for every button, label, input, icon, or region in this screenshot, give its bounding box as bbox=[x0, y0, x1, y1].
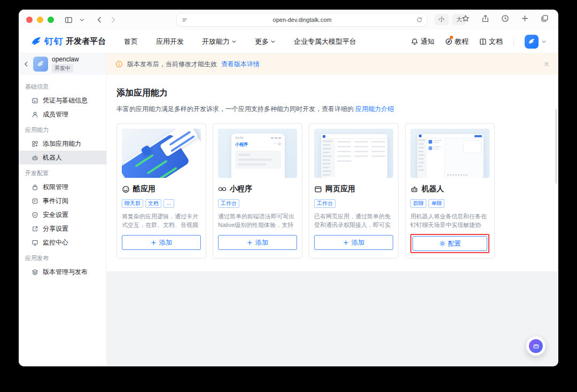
capability-cards: 酷应用 聊天群 文档 … 将复杂的应用逻辑，通过卡片式交互，在群、文档、音视频等… bbox=[116, 123, 549, 258]
mock-status-time: 10:00 bbox=[235, 136, 243, 139]
card-description: 通过简单的前端语法即可写出Native级别的性能体验，支持iOS和Android… bbox=[218, 212, 297, 230]
mock-app-label: 小程序 bbox=[235, 142, 248, 147]
tag: 单聊 bbox=[428, 199, 445, 208]
docs-button[interactable]: 文档 bbox=[479, 37, 503, 46]
mini-program-illustration: 10:00 小程序 ··· ◎ bbox=[218, 129, 297, 178]
cool-app-illustration bbox=[122, 129, 201, 178]
tutorial-button[interactable]: 教程 bbox=[445, 37, 469, 46]
share-icon[interactable] bbox=[478, 12, 493, 25]
card-web-app: 网页应用 工作台 已有网页应用，通过简单的免登和通讯录权限接入，即可实现钉钉工作… bbox=[309, 123, 399, 258]
sidebar-toggle-icon[interactable] bbox=[61, 14, 76, 26]
sidebar-item-security[interactable]: 安全设置 bbox=[19, 208, 106, 222]
grid-plus-icon bbox=[32, 140, 38, 147]
history-clock-icon[interactable] bbox=[498, 12, 512, 25]
mini-program-icon bbox=[218, 186, 227, 192]
add-mini-program-button[interactable]: 添加 bbox=[218, 235, 297, 250]
dingtalk-logo[interactable]: 钉钉 开发者平台 bbox=[30, 35, 106, 48]
browser-toolbar: open-dev.dingtalk.com 小 大 bbox=[19, 10, 558, 30]
sidebar: openclaw 开发中 基础信息 凭证与基础信息 成员管理 应用能力 添加应用… bbox=[19, 53, 107, 366]
sidebar-item-permissions[interactable]: 权限管理 bbox=[19, 180, 106, 194]
top-nav: 首页 应用开发 开放能力 更多 企业专属大模型平台 bbox=[124, 37, 356, 46]
nav-more[interactable]: 更多 bbox=[255, 37, 276, 46]
tab-overview-icon[interactable] bbox=[537, 12, 552, 25]
notifications-button[interactable]: 通知 bbox=[411, 37, 434, 46]
back-button[interactable] bbox=[92, 14, 106, 26]
assistant-fab[interactable] bbox=[526, 336, 545, 356]
reload-icon[interactable] bbox=[416, 17, 423, 23]
sidebar-item-share-settings[interactable]: 分享设置 bbox=[19, 222, 106, 236]
collapse-sidebar-icon[interactable] bbox=[23, 61, 29, 67]
nav-open-capability[interactable]: 开放能力 bbox=[202, 37, 237, 46]
add-cool-app-button[interactable]: 添加 bbox=[122, 235, 201, 250]
address-bar[interactable]: open-dev.dingtalk.com bbox=[176, 13, 427, 27]
chevron-down-icon[interactable] bbox=[76, 15, 88, 25]
site-header: 钉钉 开发者平台 首页 应用开发 开放能力 更多 企业专属大模型平台 通知 教程 bbox=[19, 30, 558, 53]
red-annotation-box: 配置 bbox=[410, 234, 489, 253]
close-banner-icon[interactable] bbox=[543, 61, 550, 67]
document-icon bbox=[479, 38, 487, 45]
chevron-down-icon bbox=[231, 39, 237, 44]
nav-llm-platform[interactable]: 企业专属大模型平台 bbox=[294, 37, 356, 46]
capability-panel: 添加应用能力 丰富的应用能力满足多样的开发诉求，一个应用支持多种能力同时开发，查… bbox=[107, 75, 558, 271]
url-text[interactable]: open-dev.dingtalk.com bbox=[188, 17, 416, 23]
sidebar-item-members[interactable]: 成员管理 bbox=[19, 107, 106, 121]
section-label-dev-config: 开发配置 bbox=[19, 164, 106, 180]
app-status-badge: 开发中 bbox=[52, 64, 73, 73]
configure-robot-button[interactable]: 配置 bbox=[412, 236, 487, 251]
card-description: 已有网页应用，通过简单的免登和通讯录权限接入，即可实现钉钉工作台快捷使用。 bbox=[314, 212, 393, 230]
account-menu[interactable] bbox=[525, 35, 547, 49]
sidebar-item-monitor-center[interactable]: 监控中心 bbox=[19, 236, 106, 249]
zoom-window-button[interactable] bbox=[48, 17, 54, 23]
scrollbar-thumb[interactable] bbox=[555, 109, 557, 184]
card-title: 网页应用 bbox=[325, 184, 355, 194]
section-label-capability: 应用能力 bbox=[19, 121, 106, 137]
minimize-window-button[interactable] bbox=[37, 17, 43, 23]
app-name: openclaw bbox=[52, 56, 79, 63]
cool-app-icon bbox=[122, 185, 130, 193]
card-robot: 机器人 群聊 单聊 用机器人将业务信息和任务在钉钉聊天场景中实现敏捷协作。 配置 bbox=[405, 123, 495, 258]
new-tab-icon[interactable] bbox=[518, 12, 532, 25]
reader-mode-icon[interactable] bbox=[181, 17, 188, 23]
capability-intro-link[interactable]: 应用能力介绍 bbox=[355, 105, 394, 113]
sidebar-menu: 基础信息 凭证与基础信息 成员管理 应用能力 添加应用能力 机器人 bbox=[19, 75, 106, 279]
web-app-illustration bbox=[314, 129, 393, 178]
card-title: 机器人 bbox=[422, 184, 444, 194]
tag: 工作台 bbox=[314, 199, 336, 208]
card-description: 将复杂的应用逻辑，通过卡片式交互，在群、文档、音视频等场域渗透出给成员快... bbox=[122, 212, 201, 230]
robot-icon bbox=[32, 154, 38, 161]
gear-icon bbox=[439, 240, 446, 247]
event-icon bbox=[32, 198, 38, 205]
avatar bbox=[525, 35, 539, 49]
card-mini-program: 10:00 小程序 ··· ◎ bbox=[213, 123, 302, 258]
sidebar-item-version-release[interactable]: 版本管理与发布 bbox=[19, 265, 106, 279]
sidebar-item-credentials[interactable]: 凭证与基础信息 bbox=[19, 93, 106, 107]
section-label-basic: 基础信息 bbox=[19, 78, 106, 93]
view-version-details-link[interactable]: 查看版本详情 bbox=[221, 60, 260, 69]
sidebar-item-robot[interactable]: 机器人 bbox=[19, 151, 106, 164]
sidebar-item-add-capability[interactable]: 添加应用能力 bbox=[19, 137, 106, 151]
plus-icon bbox=[343, 240, 349, 246]
chevron-down-icon bbox=[541, 39, 547, 44]
bookmark-star-icon[interactable] bbox=[458, 12, 473, 25]
notification-dot bbox=[450, 36, 453, 39]
add-web-app-button[interactable]: 添加 bbox=[314, 235, 393, 250]
traffic-lights bbox=[26, 17, 54, 23]
main-area: 版本发布后，当前修改才能生效 查看版本详情 添加应用能力 丰富的应用能力满足多样… bbox=[107, 53, 558, 366]
brand-name: 钉钉 bbox=[44, 35, 64, 48]
robot-icon bbox=[410, 185, 418, 193]
web-app-icon bbox=[314, 185, 322, 193]
close-window-button[interactable] bbox=[26, 17, 33, 23]
plus-icon bbox=[151, 240, 157, 246]
bell-icon bbox=[411, 38, 418, 45]
font-smaller-button[interactable]: 小 bbox=[434, 14, 449, 25]
forward-button[interactable] bbox=[106, 14, 120, 26]
nav-app-dev[interactable]: 应用开发 bbox=[156, 37, 184, 46]
brand-suffix: 开发者平台 bbox=[66, 36, 106, 46]
tag: 文档 bbox=[145, 199, 161, 208]
browser-window: open-dev.dingtalk.com 小 大 bbox=[19, 10, 558, 366]
dingtalk-wing-icon bbox=[528, 38, 535, 45]
nav-home[interactable]: 首页 bbox=[124, 37, 138, 46]
app-header: openclaw 开发中 bbox=[19, 53, 106, 75]
share-box-icon bbox=[32, 225, 38, 232]
sidebar-item-event-subscription[interactable]: 事件订阅 bbox=[19, 194, 106, 208]
